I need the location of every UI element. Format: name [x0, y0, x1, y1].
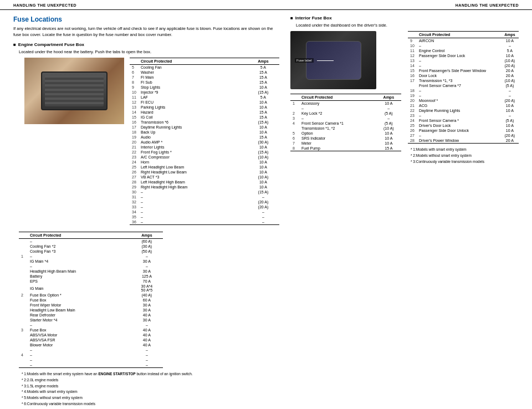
table-row: 9AIRCON10 A	[408, 38, 519, 44]
interior-fuse-image-section: Fuse label Circuit Protected Amps 1A	[290, 31, 401, 155]
table-row: 21ACG10 A	[408, 103, 519, 108]
table-row: 1––	[19, 254, 163, 259]
table-row: ––	[290, 106, 401, 111]
table-row: Cooling Fan *3(50 A)	[19, 249, 163, 254]
interior-fuse-image: Fuse label	[290, 31, 376, 89]
table-row: 10––	[408, 43, 519, 48]
table-row: 14–(20 A)	[408, 63, 519, 68]
table-row: ––	[19, 264, 163, 269]
table-row: 15Front Passenger's Side Power Window20 …	[408, 68, 519, 73]
table-row: 2Fuse Box Option *(40 A)	[19, 293, 163, 298]
table-row: 17Transmission *1, *3(10 A)	[408, 78, 519, 83]
engine-subsection-header: Engine Compartment Fuse Box	[13, 42, 279, 47]
table-row: Cooling Fan *2(30 A)	[19, 244, 163, 249]
table-row: 29Right Headlight High Beam10 A	[130, 185, 279, 190]
table-row: 4––	[19, 352, 163, 357]
table-row: 32–(20 A)	[130, 200, 279, 204]
fuse-locations-title: Fuse Locations	[13, 16, 279, 23]
table-row: 3––	[290, 116, 401, 121]
table-row: 27–(20 A)	[408, 133, 519, 138]
table-row: 28Left Headlight High Beam10 A	[130, 180, 279, 185]
engine-location-text: Located under the hood near the battery.…	[13, 49, 279, 54]
table-row: Blower Motor40 A	[19, 342, 163, 347]
right-table-header-amps: Amps	[247, 58, 279, 65]
footnote: * 6:Continuously variable transmission m…	[22, 401, 279, 407]
table-row: 22Front Fog Lights *(15 A)	[130, 150, 279, 155]
interior-small-table: Circuit Protected Amps 1Accessory10 A––2…	[290, 94, 401, 151]
interior-location-text: Located under the dashboard on the drive…	[290, 23, 519, 28]
left-table-header-amps: Amps	[131, 232, 163, 239]
table-row: Front Wiper Motor30 A	[19, 303, 163, 308]
interior-subsection-header: Interior Fuse Box	[290, 16, 519, 21]
table-row: Rear Defroster40 A	[19, 313, 163, 318]
table-row: 3Fuse Box40 A	[19, 328, 163, 333]
table-row: 20Audio AMP *(30 A)	[130, 140, 279, 145]
table-row: 6SRS Indicator10 A	[290, 136, 401, 141]
table-row: 13Parking Lights10 A	[130, 105, 279, 110]
table-row: 26Passenger Side Door Unlock10 A	[408, 128, 519, 133]
engine-right-table-wrapper: Circuit Protected Amps 5Cooling Fan5 A6W…	[130, 58, 279, 228]
right-column: Interior Fuse Box Located under the dash…	[290, 16, 519, 407]
table-row: 10Injector *9(15 A)	[130, 90, 279, 95]
table-row: ––	[19, 347, 163, 352]
table-row: 33–(20 A)	[130, 204, 279, 209]
table-row: 19Audio15 A	[130, 135, 279, 140]
table-row: 30–(15 A)	[130, 190, 279, 195]
table-row: Starter Motor *430 A	[19, 318, 163, 323]
table-row: 25Driver's Door Lock10 A	[408, 123, 519, 128]
table-row: 7FI Main15 A	[130, 75, 279, 80]
table-row: 31––	[130, 195, 279, 200]
table-row: 23––	[408, 113, 519, 118]
table-row: IG Main *430 A	[19, 259, 163, 264]
table-row: 13–(10 A)	[408, 58, 519, 63]
footnote: * 3:1.5L engine models	[22, 384, 279, 389]
table-row: 1Accessory10 A	[290, 101, 401, 106]
table-row: 8FI Sub15 A	[130, 80, 279, 85]
table-row: 7Meter10 A	[290, 141, 401, 146]
table-row: 5Option10 A	[290, 131, 401, 136]
table-row: 12FI ECU10 A	[130, 100, 279, 105]
footnote: * 4:Models with smart entry system	[22, 389, 279, 395]
intro-text: If any electrical devices are not workin…	[13, 26, 279, 38]
table-row: Fuse Box60 A	[19, 298, 163, 303]
table-row: 11Engine Control5 A	[408, 48, 519, 53]
table-row: Transmission *1, *2(10 A)	[290, 126, 401, 131]
table-row: 18Back Up10 A	[130, 130, 279, 135]
table-row: Front Sensor Camera *7(5 A)	[408, 83, 519, 88]
page-header: HANDLING THE UNEXPECTED HANDLING THE UNE…	[0, 0, 532, 10]
table-row: ––	[19, 323, 163, 328]
table-row: 5Cooling Fan5 A	[130, 65, 279, 70]
footnote: * 1:Models with smart entry system	[411, 147, 519, 152]
table-row: 14Hazard15 A	[130, 110, 279, 115]
table-row: 4Front Sensor Camera *1(5 A)	[290, 121, 401, 126]
table-row: 35––	[130, 214, 279, 219]
engine-fuse-image	[24, 58, 124, 124]
engine-fuse-left-table: Circuit Protected Amps –(60 A)Cooling Fa…	[19, 232, 163, 368]
table-row: 15IG Coil15 A	[130, 115, 279, 120]
engine-left-table-wrapper: Circuit Protected Amps –(60 A)Cooling Fa…	[19, 232, 279, 368]
engine-footnotes: * 1:Models with the smart entry system h…	[19, 371, 279, 407]
table-row: 12Passenger Side Door Lock10 A	[408, 53, 519, 58]
table-row: 26Right Headlight Low Beam10 A	[130, 170, 279, 175]
table-row: 18––	[408, 88, 519, 93]
table-row: ABS/VSA Motor40 A	[19, 333, 163, 338]
table-row: 17Daytime Running Lights10 A	[130, 125, 279, 130]
interior-main-table-wrapper: Circuit Protected Amps 9AIRCON10 A10––11…	[408, 31, 519, 165]
footnote: * 1:Models with the smart entry system h…	[22, 371, 279, 377]
table-row: 22Daytime Running Lights10 A	[408, 108, 519, 113]
table-row: ABS/VSA FSR40 A	[19, 338, 163, 342]
table-row: 8Fuel Pump15 A	[290, 146, 401, 151]
table-row: Battery125 A	[19, 274, 163, 279]
table-row: 23A/C Compressor(10 A)	[130, 155, 279, 160]
table-row: 24Front Sensor Camera *(5 A)	[408, 118, 519, 123]
interior-footnotes: * 1:Models with smart entry system* 2:Mo…	[408, 147, 519, 164]
header-left: HANDLING THE UNEXPECTED	[13, 3, 76, 7]
table-row: 9Stop Lights10 A	[130, 85, 279, 90]
table-row: ––	[19, 357, 163, 362]
table-row: 16Door Lock20 A	[408, 73, 519, 78]
table-row: 16Transmission *6(15 A)	[130, 120, 279, 125]
table-row: 20Moonroof *(20 A)	[408, 98, 519, 103]
right-table-header-circuit: Circuit Protected	[139, 58, 247, 65]
engine-fuse-right-table: Circuit Protected Amps 5Cooling Fan5 A6W…	[130, 58, 279, 225]
table-row: 24Horn10 A	[130, 160, 279, 165]
